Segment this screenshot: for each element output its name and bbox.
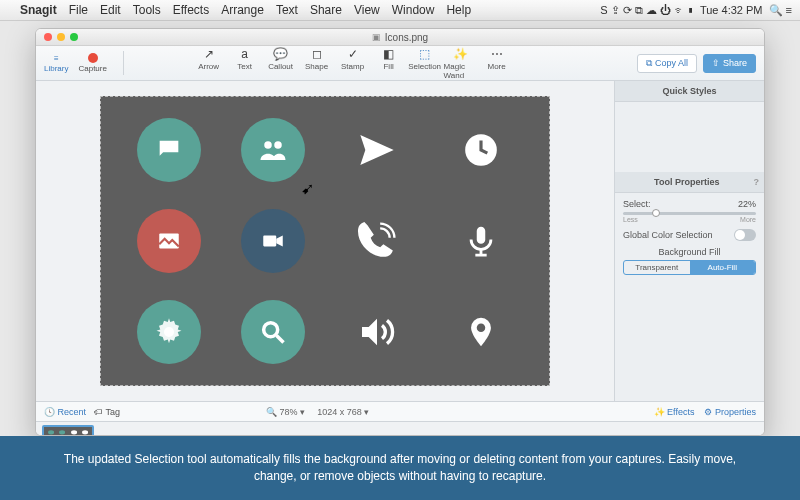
tag-button[interactable]: 🏷 Tag	[94, 407, 120, 417]
svg-point-4	[274, 142, 282, 150]
menu-share[interactable]: Share	[310, 3, 342, 17]
tool-selection[interactable]: ⬚Selection	[408, 47, 442, 80]
capture-button[interactable]: Capture	[78, 53, 106, 73]
more-icon: ⋯	[491, 47, 503, 61]
share-button[interactable]: ⇧Share	[703, 54, 756, 73]
stamp-icon: ✓	[348, 47, 358, 61]
menu-file[interactable]: File	[69, 3, 88, 17]
library-button[interactable]: ≡ Library	[44, 54, 68, 73]
svg-point-3	[264, 142, 272, 150]
dimensions-readout[interactable]: 1024 x 768 ▾	[317, 407, 369, 417]
shape-icon: ◻	[312, 47, 322, 61]
people-icon	[241, 118, 305, 182]
canvas-area[interactable]: ➹	[36, 81, 614, 401]
location-icon	[433, 290, 529, 373]
tool-more[interactable]: ⋯More	[480, 47, 514, 80]
document-icon: ▣	[372, 32, 381, 42]
gear-icon	[137, 300, 201, 364]
tool-picker: ↗Arrow aText 💬Callout ◻Shape ✓Stamp ◧Fil…	[192, 47, 514, 80]
zoom-window-icon[interactable]	[70, 33, 78, 41]
global-color-toggle[interactable]	[734, 229, 756, 241]
arrow-icon: ↗	[204, 47, 214, 61]
tool-text[interactable]: aText	[228, 47, 262, 80]
bg-fill-segment[interactable]: Transparent Auto-Fill	[623, 260, 756, 275]
main-toolbar: ≡ Library Capture ↗Arrow aText 💬Callout …	[36, 46, 764, 81]
callout-icon: 💬	[273, 47, 288, 61]
window-title: Icons.png	[385, 32, 428, 43]
fill-icon: ◧	[383, 47, 394, 61]
tray-thumbnail[interactable]	[42, 425, 94, 437]
effects-button[interactable]: ✨ Effects	[654, 407, 695, 417]
clock-icon	[433, 109, 529, 192]
menu-window[interactable]: Window	[392, 3, 435, 17]
select-slider[interactable]	[623, 212, 756, 215]
image-icon	[137, 209, 201, 273]
svg-rect-7	[263, 236, 276, 247]
properties-button[interactable]: ⚙ Properties	[704, 407, 756, 417]
menu-help[interactable]: Help	[446, 3, 471, 17]
zoom-control[interactable]: 🔍 78% ▾	[266, 407, 305, 417]
status-icons[interactable]: S ⇪ ⟳ ⧉ ☁ ⏻ ᯤ ▮	[600, 4, 694, 17]
tool-magic-wand[interactable]: ✨Magic Wand	[444, 47, 478, 80]
status-bar: 🕓 Recent 🏷 Tag 🔍 78% ▾ 1024 x 768 ▾ ✨ Ef…	[36, 401, 764, 421]
tool-properties-header[interactable]: Tool Properties ?	[615, 172, 764, 193]
copy-all-button[interactable]: ⧉Copy All	[637, 54, 697, 73]
tool-stamp[interactable]: ✓Stamp	[336, 47, 370, 80]
tool-arrow[interactable]: ↗Arrow	[192, 47, 226, 80]
banner-text: The updated Selection tool automatically…	[60, 451, 740, 485]
library-icon: ≡	[54, 54, 59, 63]
select-value[interactable]: 22%	[738, 199, 756, 209]
share-icon: ⇧	[712, 58, 720, 68]
send-icon	[329, 109, 425, 192]
macos-menubar: Snagit File Edit Tools Effects Arrange T…	[0, 0, 800, 21]
menu-text[interactable]: Text	[276, 3, 298, 17]
menu-effects[interactable]: Effects	[173, 3, 209, 17]
search-icon	[241, 300, 305, 364]
feature-banner: The updated Selection tool automatically…	[0, 436, 800, 500]
menu-view[interactable]: View	[354, 3, 380, 17]
svg-point-0	[163, 146, 165, 148]
seg-transparent[interactable]: Transparent	[624, 261, 690, 274]
video-icon	[241, 209, 305, 273]
help-icon[interactable]: ?	[754, 177, 760, 187]
svg-point-10	[477, 323, 486, 332]
quick-styles-header[interactable]: Quick Styles	[615, 81, 764, 102]
minimize-window-icon[interactable]	[57, 33, 65, 41]
menu-tools[interactable]: Tools	[133, 3, 161, 17]
canvas-image[interactable]: ➹	[100, 96, 550, 386]
chat-icon	[137, 118, 201, 182]
svg-rect-8	[477, 227, 486, 244]
volume-icon	[329, 290, 425, 373]
close-window-icon[interactable]	[44, 33, 52, 41]
svg-point-9	[264, 322, 278, 336]
selection-icon: ⬚	[419, 47, 430, 61]
seg-autofill[interactable]: Auto-Fill	[690, 261, 756, 274]
copy-icon: ⧉	[646, 58, 652, 69]
spotlight-icon[interactable]: 🔍 ≡	[769, 4, 792, 17]
global-color-label: Global Color Selection	[623, 230, 713, 240]
svg-point-1	[168, 146, 170, 148]
tool-callout[interactable]: 💬Callout	[264, 47, 298, 80]
window-titlebar[interactable]: ▣ Icons.png	[36, 29, 764, 46]
record-icon	[88, 53, 98, 63]
cursor-icon: ➹	[301, 179, 314, 198]
select-label: Select:	[623, 199, 651, 209]
app-menu[interactable]: Snagit	[20, 3, 57, 17]
side-panel: Quick Styles Tool Properties ? Select: 2…	[614, 81, 764, 401]
menu-edit[interactable]: Edit	[100, 3, 121, 17]
bg-fill-label: Background Fill	[623, 247, 756, 257]
capture-tray	[36, 421, 764, 436]
text-icon: a	[241, 47, 248, 61]
recent-button[interactable]: 🕓 Recent	[44, 407, 86, 417]
menu-arrange[interactable]: Arrange	[221, 3, 264, 17]
svg-point-2	[173, 146, 175, 148]
mic-icon	[433, 200, 529, 283]
phone-icon	[329, 200, 425, 283]
snagit-window: ▣ Icons.png ≡ Library Capture ↗Arrow aTe…	[35, 28, 765, 436]
tool-fill[interactable]: ◧Fill	[372, 47, 406, 80]
clock[interactable]: Tue 4:32 PM	[700, 4, 763, 16]
tool-shape[interactable]: ◻Shape	[300, 47, 334, 80]
magic-wand-icon: ✨	[453, 47, 468, 61]
